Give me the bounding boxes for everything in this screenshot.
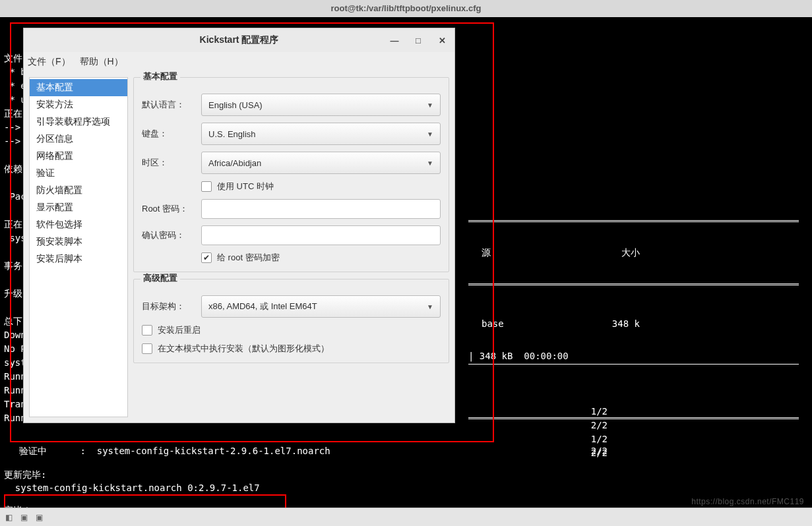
chevron-down-icon: ▼ xyxy=(427,303,433,310)
lang-label: 默认语言： xyxy=(142,99,201,111)
sidebar-item[interactable]: 防火墙配置 xyxy=(30,182,127,199)
adv-group-title: 高级配置 xyxy=(141,272,180,284)
sidebar-item[interactable]: 网络配置 xyxy=(30,148,127,165)
taskbar-item[interactable]: ▣ xyxy=(20,513,28,522)
encrypt-label: 给 root 密码加密 xyxy=(217,252,280,264)
sidebar-item[interactable]: 引导装载程序选项 xyxy=(30,113,127,131)
kb-value: U.S. English xyxy=(208,129,256,139)
taskbar-item[interactable]: ▣ xyxy=(36,513,43,522)
arch-value: x86, AMD64, 或 Intel EM64T xyxy=(208,301,317,312)
tz-value: Africa/Abidjan xyxy=(208,158,261,168)
utc-checkbox[interactable] xyxy=(201,181,212,192)
confirm-pwd-label: 确认密码： xyxy=(142,229,201,241)
sidebar-item[interactable]: 显示配置 xyxy=(30,199,127,216)
main-window-title: root@tk:/var/lib/tftpboot/pxelinux.cfg xyxy=(0,0,812,17)
basic-group-title: 基本配置 xyxy=(141,71,180,82)
updated-pkg: system-config-kickstart.noarch 0:2.9.7-1… xyxy=(4,481,260,495)
root-pwd-label: Root 密码： xyxy=(142,203,201,215)
basic-config-group: 基本配置 默认语言： English (USA) ▼ 键盘： U.S. Engl… xyxy=(133,77,449,272)
arch-label: 目标架构： xyxy=(142,301,201,312)
sidebar-item[interactable]: 分区信息 xyxy=(30,131,127,148)
adv-config-group: 高级配置 目标架构： x86, AMD64, 或 Intel EM64T ▼ 安… xyxy=(133,279,449,363)
reboot-label: 安装后重启 xyxy=(158,324,201,336)
textmode-label: 在文本模式中执行安装（默认为图形化模式） xyxy=(158,343,329,355)
encrypt-checkbox[interactable]: ✔ xyxy=(201,252,212,263)
sidebar-list[interactable]: 基本配置安装方法引导装载程序选项分区信息网络配置验证防火墙配置显示配置软件包选择… xyxy=(29,77,128,417)
lang-value: English (USA) xyxy=(208,100,263,110)
dialog-title: Kickstart 配置程序 xyxy=(200,34,279,46)
sidebar-item[interactable]: 基本配置 xyxy=(30,79,127,96)
taskbar-item[interactable]: ◧ xyxy=(5,513,13,522)
menu-help[interactable]: 帮助（H） xyxy=(80,56,123,68)
sidebar-item[interactable]: 安装后脚本 xyxy=(30,250,127,268)
chevron-down-icon: ▼ xyxy=(427,102,433,109)
chevron-down-icon: ▼ xyxy=(427,160,433,167)
lang-combo[interactable]: English (USA) ▼ xyxy=(201,94,441,116)
root-pwd-input[interactable] xyxy=(201,199,441,219)
dl-progress: | 348 kB 00:00:00 xyxy=(468,349,569,363)
close-button[interactable]: ✕ xyxy=(432,32,452,48)
kickstart-dialog: Kickstart 配置程序 — □ ✕ 文件（F） 帮助（H） 基本配置安装方… xyxy=(23,28,455,423)
reboot-checkbox[interactable] xyxy=(142,325,152,336)
confirm-pwd-input[interactable] xyxy=(201,225,441,245)
watermark: https://blog.csdn.net/FMC119 xyxy=(691,497,804,506)
tz-label: 时区： xyxy=(142,157,201,169)
taskbar[interactable]: ◧ ▣ ▣ xyxy=(0,508,812,526)
verify-line: 验证中 : system-config-kickstart-2.9.6-1.el… xyxy=(8,444,330,458)
minimize-button[interactable]: — xyxy=(385,32,404,48)
maximize-button[interactable]: □ xyxy=(408,32,428,48)
utc-label: 使用 UTC 时钟 xyxy=(217,181,274,192)
menu-file[interactable]: 文件（F） xyxy=(28,56,71,68)
sidebar-item[interactable]: 预安装脚本 xyxy=(30,233,127,250)
update-done: 更新完毕: xyxy=(4,468,46,482)
verify-step: 2/2 xyxy=(591,444,608,458)
kb-label: 键盘： xyxy=(142,128,201,140)
sidebar-item[interactable]: 安装方法 xyxy=(30,96,127,113)
textmode-checkbox[interactable] xyxy=(142,343,152,354)
arch-combo[interactable]: x86, AMD64, 或 Intel EM64T ▼ xyxy=(201,295,441,318)
sidebar-item[interactable]: 软件包选择 xyxy=(30,216,127,233)
tz-combo[interactable]: Africa/Abidjan ▼ xyxy=(201,152,441,174)
menubar: 文件（F） 帮助（H） xyxy=(24,52,454,72)
chevron-down-icon: ▼ xyxy=(427,131,433,138)
dialog-titlebar[interactable]: Kickstart 配置程序 — □ ✕ xyxy=(24,28,454,52)
kb-combo[interactable]: U.S. English ▼ xyxy=(201,123,441,145)
sidebar-item[interactable]: 验证 xyxy=(30,165,127,182)
